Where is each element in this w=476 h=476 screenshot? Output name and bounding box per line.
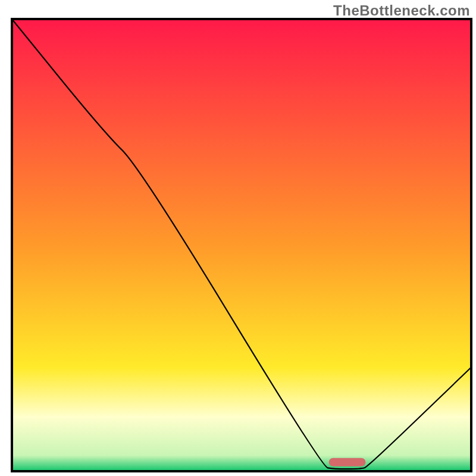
optimal-marker xyxy=(329,458,366,466)
chart-container: TheBottleneck.com xyxy=(0,0,476,476)
bottleneck-chart xyxy=(0,0,476,476)
watermark-label: TheBottleneck.com xyxy=(333,2,470,19)
chart-background xyxy=(12,19,471,471)
